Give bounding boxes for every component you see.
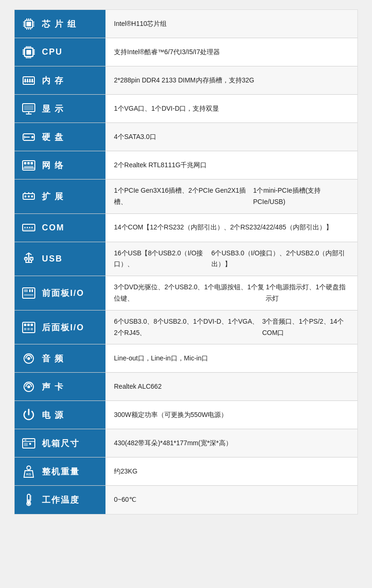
- svg-rect-49: [31, 162, 33, 164]
- label-cell-chassis: 机箱尺寸: [15, 429, 105, 457]
- value-cell-memory: 2*288pin DDR4 2133 DIMM内存插槽，支持32G: [105, 66, 357, 94]
- svg-point-62: [29, 227, 31, 229]
- label-text-chassis: 机箱尺寸: [42, 438, 80, 449]
- label-cell-front-io: 前面板I/O: [15, 276, 105, 310]
- temperature-icon: [19, 490, 38, 509]
- label-cell-temperature: 工作温度: [15, 486, 105, 514]
- power-icon: [19, 406, 38, 425]
- svg-text:KG: KG: [26, 473, 32, 476]
- label-cell-display: 显 示: [15, 95, 105, 122]
- svg-rect-15: [26, 50, 31, 55]
- svg-rect-54: [28, 196, 30, 197]
- label-text-expansion: 扩 展: [42, 191, 64, 202]
- value-cell-temperature: 0~60℃: [105, 486, 357, 514]
- value-text-front-io: 3个DVD光驱位、2个USB2.0、1个电源按钮、1个复位键、: [114, 282, 266, 304]
- row-expansion: 扩 展1个PCIe Gen3X16插槽、2个PCIe Gen2X1插槽、1个mi…: [15, 180, 357, 214]
- value-cell-expansion: 1个PCIe Gen3X16插槽、2个PCIe Gen2X1插槽、1个mini-…: [105, 180, 357, 213]
- svg-rect-79: [27, 328, 30, 330]
- chipset-icon: [19, 15, 38, 33]
- spec-table: 芯 片 组Intel®H110芯片组CPU支持Intel®酷睿™6/7代I3/I…: [14, 9, 358, 514]
- label-text-temperature: 工作温度: [42, 494, 80, 506]
- label-cell-cpu: CPU: [15, 38, 105, 66]
- value-cell-com: 14个COM【12个RS232（内部引出）、2个RS232/422/485（内部…: [105, 214, 357, 242]
- svg-point-60: [24, 227, 26, 229]
- row-rear-io: 后面板I/O6个USB3.0、8个USB2.0、1个DVI-D、1个VGA、2个…: [15, 310, 357, 345]
- svg-rect-41: [24, 105, 33, 110]
- value-text-expansion: 1个mini-PCIe插槽(支持PCIe/USB): [253, 185, 349, 208]
- label-cell-usb: USB: [15, 242, 105, 276]
- expansion-icon: [19, 187, 38, 206]
- row-network: 网 络2个Realtek RTL8111G千兆网口: [15, 151, 357, 180]
- label-cell-rear-io: 后面板I/O: [15, 310, 105, 344]
- svg-rect-78: [24, 328, 26, 330]
- svg-point-84: [27, 385, 30, 388]
- value-text-expansion: 1个PCIe Gen3X16插槽、2个PCIe Gen2X1插槽、: [114, 185, 253, 208]
- soundcard-icon: [19, 377, 38, 396]
- svg-point-61: [27, 227, 28, 229]
- label-text-chipset: 芯 片 组: [42, 18, 77, 30]
- label-cell-chipset: 芯 片 组: [15, 10, 105, 38]
- svg-point-95: [28, 503, 30, 505]
- rear-io-icon: [19, 318, 38, 337]
- row-front-io: 前面板I/O3个DVD光驱位、2个USB2.0、1个电源按钮、1个复位键、1个电…: [15, 276, 357, 310]
- svg-rect-33: [24, 79, 26, 82]
- value-text-usb: 6个USB3.0（I/O接口）、2个USB2.0（内部引出）】: [211, 248, 349, 270]
- svg-point-82: [27, 357, 30, 360]
- value-cell-usb: 16个USB【8个USB2.0（I/O接口）、6个USB3.0（I/O接口）、2…: [105, 242, 357, 276]
- memory-icon: [19, 71, 38, 90]
- value-cell-front-io: 3个DVD光驱位、2个USB2.0、1个电源按钮、1个复位键、1个电源指示灯、1…: [105, 276, 357, 310]
- svg-rect-75: [24, 324, 26, 326]
- label-text-harddisk: 硬 盘: [42, 131, 64, 143]
- row-display: 显 示1个VGA口、1个DVI-D口，支持双显: [15, 95, 357, 123]
- label-text-usb: USB: [42, 254, 63, 264]
- svg-rect-48: [27, 162, 30, 164]
- svg-point-90: [27, 466, 31, 470]
- label-text-soundcard: 声 卡: [42, 381, 64, 392]
- value-cell-chassis: 430(482带耳朵)*481*177mm(宽*深*高）: [105, 429, 357, 457]
- value-cell-display: 1个VGA口、1个DVI-D口，支持双显: [105, 95, 357, 122]
- network-icon: [19, 156, 38, 175]
- label-text-power: 电 源: [42, 409, 64, 421]
- label-cell-audio: 音 频: [15, 344, 105, 372]
- label-cell-com: COM: [15, 214, 105, 242]
- value-text-front-io: 1个电源指示灯、1个硬盘指示灯: [266, 282, 349, 304]
- row-temperature: 工作温度0~60℃: [15, 486, 357, 514]
- label-text-rear-io: 后面板I/O: [42, 322, 84, 333]
- svg-rect-35: [29, 79, 31, 82]
- svg-rect-36: [32, 79, 33, 82]
- svg-rect-47: [24, 162, 26, 164]
- row-chipset: 芯 片 组Intel®H110芯片组: [15, 10, 357, 38]
- svg-rect-72: [32, 289, 33, 292]
- value-cell-harddisk: 4个SATA3.0口: [105, 123, 357, 151]
- row-audio: 音 频Line-out口，Line-in口，Mic-in口: [15, 344, 357, 373]
- weight-icon: KG: [19, 462, 38, 481]
- com-icon: [19, 218, 38, 237]
- label-cell-network: 网 络: [15, 151, 105, 179]
- svg-point-63: [32, 227, 33, 229]
- label-cell-expansion: 扩 展: [15, 180, 105, 213]
- row-cpu: CPU支持Intel®酷睿™6/7代I3/I5/I7处理器: [15, 38, 357, 66]
- label-text-front-io: 前面板I/O: [42, 287, 84, 299]
- value-text-com: 14个COM【12个RS232（内部引出）、: [114, 222, 230, 233]
- row-usb: USB16个USB【8个USB2.0（I/O接口）、6个USB3.0（I/O接口…: [15, 242, 357, 277]
- label-text-network: 网 络: [42, 160, 64, 171]
- label-cell-power: 电 源: [15, 401, 105, 429]
- svg-rect-77: [31, 324, 33, 326]
- value-text-com: 2个RS232/422/485（内部引出）】: [230, 222, 332, 233]
- usb-icon: [19, 249, 38, 268]
- svg-rect-87: [24, 443, 28, 446]
- row-soundcard: 声 卡Realtek ALC662: [15, 373, 357, 401]
- label-cell-soundcard: 声 卡: [15, 373, 105, 400]
- value-cell-soundcard: Realtek ALC662: [105, 373, 357, 400]
- value-cell-audio: Line-out口，Line-in口，Mic-in口: [105, 344, 357, 372]
- value-text-rear-io: 6个USB3.0、8个USB2.0、1个DVI-D、1个VGA、2个RJ45、: [114, 316, 262, 339]
- svg-rect-1: [26, 22, 31, 26]
- svg-rect-53: [24, 196, 26, 197]
- row-power: 电 源300W额定功率（可更换为550W电源）: [15, 401, 357, 429]
- row-harddisk: 硬 盘4个SATA3.0口: [15, 123, 357, 151]
- value-cell-network: 2个Realtek RTL8111G千兆网口: [105, 151, 357, 179]
- value-cell-rear-io: 6个USB3.0、8个USB2.0、1个DVI-D、1个VGA、2个RJ45、3…: [105, 310, 357, 344]
- cpu-icon: [19, 43, 38, 62]
- row-chassis: 机箱尺寸430(482带耳朵)*481*177mm(宽*深*高）: [15, 429, 357, 457]
- svg-point-43: [32, 136, 34, 138]
